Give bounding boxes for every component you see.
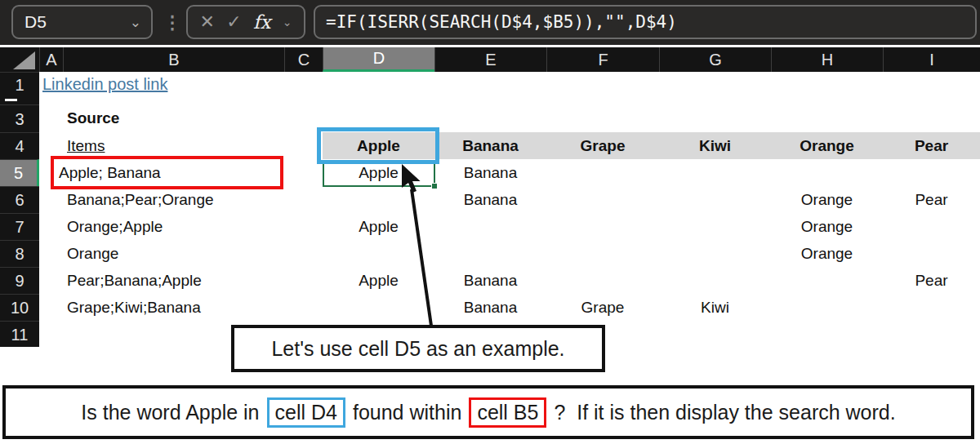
spreadsheet-app: D5 ⌄ ⋮ ✕ ✓ fx ⌄ =IF(ISERR(SEARCH(D$4,$B5… <box>0 0 980 444</box>
cell-h7[interactable]: Orange <box>771 213 883 240</box>
row-header-5-selected[interactable]: 5 <box>0 159 39 186</box>
cell-f4-header[interactable]: Grape <box>546 132 659 159</box>
caption-part1: Is the word Apple in <box>81 401 259 424</box>
row-header-column: 1 3 4 5 6 7 8 9 10 11 <box>0 72 39 347</box>
row-header-9[interactable]: 9 <box>0 267 39 294</box>
cell-g4-header[interactable]: Kiwi <box>659 132 771 159</box>
cell-h4-header[interactable]: Orange <box>771 132 883 159</box>
row-header-6[interactable]: 6 <box>0 186 39 213</box>
caption-part3: ? If it is then display the search word. <box>554 401 895 424</box>
column-header-b[interactable]: B <box>63 47 284 72</box>
column-header-row: A B C D E F G H I <box>0 47 980 72</box>
caption-box: Is the word Apple in cell D4 found withi… <box>2 385 974 439</box>
select-all-icon[interactable] <box>13 51 35 69</box>
chevron-down-icon[interactable]: ⌄ <box>130 14 151 31</box>
formula-text[interactable]: =IF(ISERR(SEARCH(D$4,$B5)),"",D$4) <box>315 12 677 32</box>
cell-e6[interactable]: Banana <box>434 186 546 213</box>
cell-i6[interactable]: Pear <box>883 186 980 213</box>
caption-part2: found within <box>353 401 461 424</box>
cell-e5[interactable]: Banana <box>434 159 546 186</box>
cell-b7[interactable]: Orange;Apple <box>67 213 163 240</box>
cell-f10[interactable]: Grape <box>546 294 659 321</box>
cell-h6[interactable]: Orange <box>771 186 883 213</box>
cell-g10[interactable]: Kiwi <box>659 294 771 321</box>
callout-text: Let's use cell D5 as an example. <box>271 337 564 361</box>
red-highlight-box-b5 <box>51 156 283 189</box>
cell-b10[interactable]: Grape;Kiwi;Banana <box>67 294 201 321</box>
caption-cell-d4-highlight: cell D4 <box>267 397 345 428</box>
cell-e4-header[interactable]: Banana <box>434 132 546 159</box>
cell-b1-hyperlink[interactable]: Linkedin post link <box>42 72 167 96</box>
cell-b6[interactable]: Banana;Pear;Orange <box>67 186 214 213</box>
cell-d9[interactable]: Apple <box>323 267 434 294</box>
column-header-f[interactable]: F <box>546 47 659 72</box>
row-header-1[interactable]: 1 <box>0 72 39 96</box>
caption-cell-b5-highlight: cell B5 <box>469 397 546 428</box>
fill-handle[interactable] <box>431 183 438 189</box>
cell-b3-source-label[interactable]: Source <box>67 104 119 132</box>
cell-i4-header[interactable]: Pear <box>883 132 980 159</box>
formula-bar[interactable]: =IF(ISERR(SEARCH(D$4,$B5)),"",D$4) <box>314 5 977 39</box>
column-header-i[interactable]: I <box>883 47 980 72</box>
cell-e10[interactable]: Banana <box>434 294 546 321</box>
column-header-e[interactable]: E <box>434 47 546 72</box>
row-header-10[interactable]: 10 <box>0 294 39 321</box>
cell-b9[interactable]: Pear;Banana;Apple <box>67 267 202 294</box>
name-box-value[interactable]: D5 <box>13 12 130 32</box>
cancel-icon[interactable]: ✕ <box>199 11 214 33</box>
hidden-row-marker[interactable] <box>5 99 17 101</box>
cell-e9[interactable]: Banana <box>434 267 546 294</box>
cell-i9[interactable]: Pear <box>883 267 980 294</box>
column-header-c[interactable]: C <box>284 47 323 72</box>
column-header-h[interactable]: H <box>771 47 883 72</box>
chevron-down-icon[interactable]: ⌄ <box>283 16 292 29</box>
blue-highlight-box-d4 <box>317 127 439 164</box>
column-header-g[interactable]: G <box>659 47 771 72</box>
formula-toolbar: D5 ⌄ ⋮ ✕ ✓ fx ⌄ =IF(ISERR(SEARCH(D$4,$B5… <box>0 0 980 45</box>
row-header-4[interactable]: 4 <box>0 132 39 159</box>
row-header-7[interactable]: 7 <box>0 213 39 240</box>
row-header-3[interactable]: 3 <box>0 104 39 132</box>
column-header-a[interactable]: A <box>39 47 63 72</box>
formula-buttons-group: ✕ ✓ fx ⌄ <box>186 5 305 39</box>
cell-h8[interactable]: Orange <box>771 240 883 267</box>
name-box[interactable]: D5 ⌄ <box>11 5 153 39</box>
column-header-d-selected[interactable]: D <box>323 47 434 72</box>
cell-b8[interactable]: Orange <box>67 240 118 267</box>
row-header-8[interactable]: 8 <box>0 240 39 267</box>
cell-d7[interactable]: Apple <box>323 213 434 240</box>
drag-handle-dots-icon: ⋮ <box>163 0 181 45</box>
callout-box: Let's use cell D5 as an example. <box>231 325 605 372</box>
insert-function-icon[interactable]: fx <box>253 11 270 33</box>
row-header-11[interactable]: 11 <box>0 321 39 347</box>
enter-icon[interactable]: ✓ <box>226 11 241 33</box>
